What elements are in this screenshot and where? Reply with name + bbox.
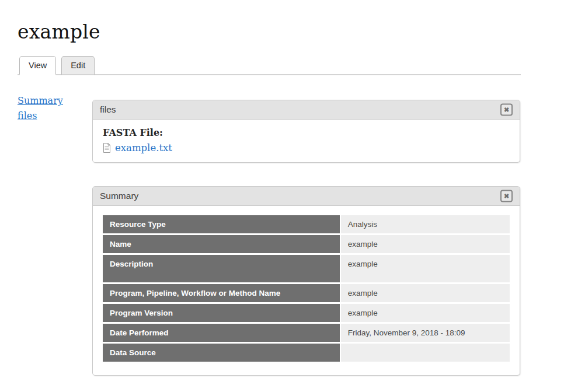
sidebar-link-summary[interactable]: Summary bbox=[18, 93, 92, 108]
tab-view[interactable]: View bbox=[19, 56, 56, 75]
sidebar-link-files[interactable]: files bbox=[18, 108, 92, 124]
row-value-program-version: example bbox=[341, 304, 510, 322]
page-title: example bbox=[18, 22, 564, 43]
row-label-name: Name bbox=[103, 235, 340, 253]
files-panel: files ✖ FASTA File: example. bbox=[92, 100, 520, 163]
summary-panel-title: Summary bbox=[100, 191, 138, 201]
row-label-data-source: Data Source bbox=[103, 344, 340, 362]
summary-panel-header: Summary ✖ bbox=[93, 187, 520, 206]
tab-view-label: View bbox=[29, 61, 47, 70]
toc-sidebar: Summary files bbox=[18, 92, 92, 376]
file-link[interactable]: example.txt bbox=[115, 142, 172, 153]
close-icon[interactable]: ✖ bbox=[500, 190, 513, 202]
files-panel-body: FASTA File: example.txt bbox=[93, 120, 520, 162]
main-column: files ✖ FASTA File: example. bbox=[92, 92, 520, 376]
row-value-date-performed: Friday, November 9, 2018 - 18:09 bbox=[341, 324, 510, 342]
summary-panel: Summary ✖ Resource Type Analysis Name ex… bbox=[92, 186, 520, 376]
files-panel-header: files ✖ bbox=[93, 100, 520, 120]
row-label-program-version: Program Version bbox=[103, 304, 340, 322]
row-value-description: example bbox=[341, 255, 510, 282]
row-value-program-name: example bbox=[341, 284, 510, 302]
content-area: Summary files files ✖ FASTA File: bbox=[18, 92, 564, 376]
row-label-resource-type: Resource Type bbox=[103, 215, 340, 233]
document-icon bbox=[103, 143, 111, 153]
row-value-data-source bbox=[341, 344, 510, 362]
row-label-description: Description bbox=[103, 255, 340, 282]
close-icon[interactable]: ✖ bbox=[500, 103, 513, 116]
row-value-name: example bbox=[341, 235, 510, 253]
tab-edit-label: Edit bbox=[71, 61, 85, 70]
row-label-date-performed: Date Performed bbox=[103, 324, 340, 342]
row-value-resource-type: Analysis bbox=[341, 215, 510, 233]
fasta-file-label: FASTA File: bbox=[103, 127, 510, 138]
summary-panel-body: Resource Type Analysis Name example Desc… bbox=[93, 206, 520, 375]
summary-table: Resource Type Analysis Name example Desc… bbox=[103, 215, 510, 362]
files-panel-title: files bbox=[100, 104, 116, 115]
tab-edit[interactable]: Edit bbox=[61, 56, 95, 75]
row-label-program-name: Program, Pipeline, Workflow or Method Na… bbox=[103, 284, 340, 302]
file-attachment-row: example.txt bbox=[103, 142, 510, 153]
tab-strip: View Edit bbox=[18, 56, 521, 75]
